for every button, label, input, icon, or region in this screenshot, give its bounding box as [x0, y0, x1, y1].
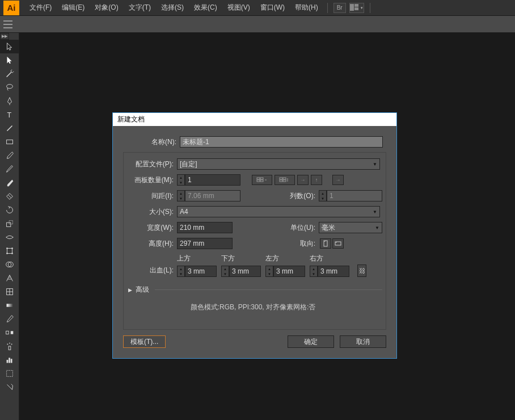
- size-label: 大小(S):: [124, 207, 174, 217]
- pencil-tool[interactable]: [0, 162, 19, 176]
- svg-point-23: [7, 344, 9, 345]
- ok-button[interactable]: 确定: [288, 335, 334, 348]
- svg-rect-27: [9, 358, 10, 363]
- svg-rect-2: [354, 8, 358, 11]
- bleed-left-label: 左方: [265, 254, 305, 263]
- menu-effect[interactable]: 效果(C): [189, 1, 222, 15]
- grid-row-icon[interactable]: [252, 175, 272, 185]
- shape-builder-tool[interactable]: [0, 258, 19, 271]
- column-graph-tool[interactable]: [0, 353, 19, 367]
- arrange-right-icon[interactable]: →: [297, 175, 309, 185]
- scale-tool[interactable]: [0, 217, 19, 230]
- bleed-bottom-input[interactable]: [229, 266, 261, 277]
- svg-rect-19: [7, 304, 13, 306]
- type-tool[interactable]: T: [0, 108, 19, 121]
- spacing-input[interactable]: [185, 190, 240, 201]
- svg-rect-34: [280, 178, 282, 179]
- orientation-portrait-icon[interactable]: [320, 238, 331, 249]
- bleed-right-spinner[interactable]: ▲▼: [310, 266, 318, 277]
- toolbar-collapse-tab[interactable]: ▶▶: [0, 33, 9, 40]
- height-input[interactable]: [177, 238, 233, 249]
- bleed-left-input[interactable]: [273, 266, 305, 277]
- arrange-icon[interactable]: ▼: [349, 3, 364, 13]
- template-button[interactable]: 模板(T)...: [123, 335, 166, 348]
- paintbrush-tool[interactable]: [0, 149, 19, 162]
- bleed-right-label: 右方: [310, 254, 349, 263]
- line-tool[interactable]: [0, 121, 19, 135]
- eyedropper-tool[interactable]: [0, 312, 19, 326]
- menu-help[interactable]: 帮助(H): [290, 1, 323, 15]
- free-transform-tool[interactable]: [0, 244, 19, 258]
- magic-wand-tool[interactable]: [0, 67, 19, 81]
- cancel-button[interactable]: 取消: [340, 335, 386, 348]
- svg-rect-6: [7, 140, 13, 144]
- lasso-tool[interactable]: [0, 81, 19, 94]
- menu-view[interactable]: 视图(V): [223, 1, 255, 15]
- slice-tool[interactable]: [0, 380, 19, 394]
- bleed-top-spinner[interactable]: ▲▼: [177, 266, 185, 277]
- panel-menu-icon[interactable]: [3, 20, 12, 28]
- svg-point-24: [9, 343, 10, 344]
- spacing-spinner[interactable]: ▲▼: [177, 190, 185, 201]
- menu-select[interactable]: 选择(S): [157, 1, 188, 15]
- units-dropdown[interactable]: 毫米▼: [319, 222, 382, 233]
- size-dropdown[interactable]: A4▼: [177, 206, 380, 217]
- blob-brush-tool[interactable]: [0, 176, 19, 190]
- direct-selection-tool[interactable]: [0, 53, 19, 67]
- menu-window[interactable]: 窗口(W): [256, 1, 289, 15]
- bleed-top-input[interactable]: [185, 266, 217, 277]
- arrange-up-icon[interactable]: ↑: [311, 175, 322, 185]
- menu-edit[interactable]: 编辑(E): [57, 1, 89, 15]
- profile-dropdown[interactable]: [自定]▼: [177, 158, 380, 170]
- menu-object[interactable]: 对象(O): [90, 1, 123, 15]
- divider: [327, 3, 328, 13]
- symbol-sprayer-tool[interactable]: [0, 339, 19, 353]
- width-tool[interactable]: [0, 230, 19, 244]
- rectangle-tool[interactable]: [0, 135, 19, 149]
- pen-tool[interactable]: [0, 94, 19, 108]
- perspective-tool[interactable]: [0, 271, 19, 285]
- blend-tool[interactable]: [0, 326, 19, 339]
- bleed-right-input[interactable]: [318, 266, 349, 277]
- selection-tool[interactable]: [0, 40, 19, 53]
- columns-input[interactable]: [327, 190, 382, 201]
- svg-rect-26: [7, 360, 9, 363]
- spacing-label: 间距(I):: [124, 191, 174, 201]
- svg-rect-37: [283, 180, 286, 182]
- rotate-tool[interactable]: [0, 203, 19, 217]
- toolbar: T: [0, 33, 19, 420]
- eraser-tool[interactable]: [0, 190, 19, 203]
- grid-col-icon[interactable]: [275, 175, 295, 185]
- chevron-down-icon: ▼: [373, 162, 377, 167]
- svg-rect-32: [257, 180, 260, 182]
- bridge-icon[interactable]: Br: [334, 3, 346, 13]
- artboards-input[interactable]: [185, 174, 240, 186]
- columns-spinner[interactable]: ▲▼: [319, 190, 327, 201]
- bleed-left-spinner[interactable]: ▲▼: [265, 266, 273, 277]
- link-bleed-icon[interactable]: ⛓: [357, 264, 366, 277]
- units-label: 单位(U):: [281, 223, 315, 233]
- menu-file[interactable]: 文件(F): [25, 1, 56, 15]
- orientation-landscape-icon[interactable]: [332, 238, 344, 249]
- artboards-spinner[interactable]: ▲▼: [177, 174, 185, 186]
- bleed-bottom-label: 下方: [221, 254, 261, 263]
- width-input[interactable]: [177, 222, 233, 233]
- arrange-arrow-icon[interactable]: →: [332, 175, 344, 185]
- mesh-tool[interactable]: [0, 285, 19, 299]
- divider: [370, 3, 370, 13]
- advanced-toggle[interactable]: ▶ 高级: [124, 285, 382, 295]
- svg-rect-35: [283, 178, 286, 179]
- control-bar: [0, 16, 515, 33]
- gradient-tool[interactable]: [0, 299, 19, 312]
- artboard-tool[interactable]: [0, 367, 19, 380]
- svg-rect-31: [260, 178, 263, 179]
- name-input[interactable]: [180, 136, 383, 148]
- svg-rect-0: [350, 4, 354, 11]
- profile-label: 配置文件(P):: [124, 159, 174, 169]
- svg-rect-20: [6, 331, 9, 334]
- svg-point-3: [7, 85, 13, 89]
- menu-type[interactable]: 文字(T): [124, 1, 155, 15]
- bleed-bottom-spinner[interactable]: ▲▼: [221, 266, 229, 277]
- svg-point-10: [6, 247, 8, 249]
- menubar: Ai 文件(F) 编辑(E) 对象(O) 文字(T) 选择(S) 效果(C) 视…: [0, 0, 515, 16]
